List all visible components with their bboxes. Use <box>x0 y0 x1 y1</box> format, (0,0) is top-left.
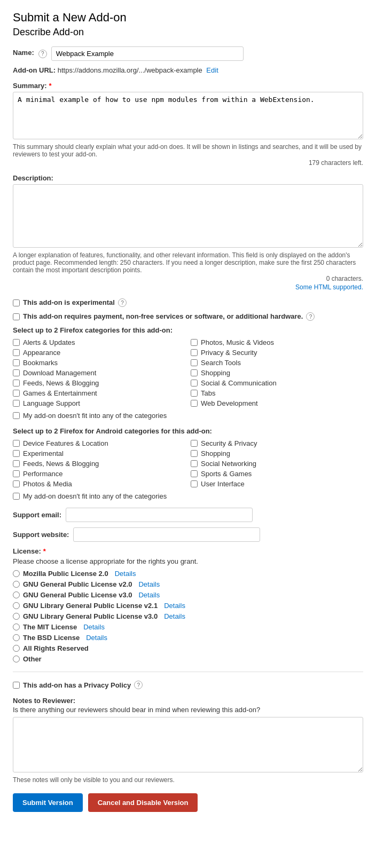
license-details-link[interactable]: Details <box>86 634 107 642</box>
android-no-fit-label: My add-on doesn't fit into any of the ca… <box>23 492 167 500</box>
support-website-label: Support website: <box>13 531 69 539</box>
license-option-label: All Rights Reserved <box>23 644 89 652</box>
support-website-row: Support website: <box>13 527 363 542</box>
license-details-link[interactable]: Details <box>83 623 105 631</box>
firefox-category-checkbox[interactable] <box>13 390 20 397</box>
privacy-policy-label: This add-on has a Privacy Policy <box>23 681 131 689</box>
addon-url-label: Add-on URL: <box>13 66 56 74</box>
android-no-fit-row: My add-on doesn't fit into any of the ca… <box>13 492 363 500</box>
support-website-input[interactable] <box>73 527 260 542</box>
experimental-label: This add-on is experimental <box>23 298 115 306</box>
notes-footer: These notes will only be visible to you … <box>13 776 363 784</box>
page-subtitle: Describe Add-on <box>13 27 363 38</box>
payment-help-icon[interactable]: ? <box>306 312 315 321</box>
notes-input[interactable] <box>13 717 363 772</box>
firefox-category-checkbox[interactable] <box>13 369 20 376</box>
firefox-categories-title: Select up to 2 Firefox categories for th… <box>13 326 363 334</box>
license-details-link[interactable]: Details <box>164 602 185 610</box>
name-label: Name: <box>13 49 34 57</box>
license-radio[interactable] <box>13 613 20 620</box>
android-category-checkbox[interactable] <box>191 460 198 467</box>
firefox-category-item: Social & Communication <box>191 379 363 387</box>
android-categories-grid: Device Features & LocationSecurity & Pri… <box>13 439 363 488</box>
firefox-category-item: Alerts & Updates <box>13 338 185 346</box>
divider <box>13 672 363 672</box>
android-category-checkbox[interactable] <box>191 450 198 457</box>
description-char-count: 0 characters. <box>13 275 363 282</box>
experimental-checkbox[interactable] <box>13 299 20 306</box>
license-details-link[interactable]: Details <box>164 612 185 620</box>
android-no-fit-checkbox[interactable] <box>13 493 20 500</box>
firefox-category-checkbox[interactable] <box>13 400 20 407</box>
license-option: GNU General Public License v2.0Details <box>13 580 363 588</box>
firefox-category-checkbox[interactable] <box>13 339 20 346</box>
firefox-category-checkbox[interactable] <box>191 390 198 397</box>
page-title: Submit a New Add-on <box>13 11 363 25</box>
name-input[interactable] <box>51 46 244 61</box>
license-radio[interactable] <box>13 634 20 641</box>
android-category-checkbox[interactable] <box>13 470 20 477</box>
android-categories-title: Select up to 2 Firefox for Android categ… <box>13 427 363 435</box>
android-category-item: Performance <box>13 470 185 478</box>
firefox-category-checkbox[interactable] <box>13 380 20 386</box>
android-category-item: Experimental <box>13 449 185 457</box>
license-option-label: Mozilla Public License 2.0 <box>23 570 108 578</box>
android-category-checkbox[interactable] <box>13 450 20 457</box>
firefox-category-checkbox[interactable] <box>191 339 198 346</box>
addon-url-value: https://addons.mozilla.org/.../webpack-e… <box>58 66 202 74</box>
name-help-icon[interactable]: ? <box>38 50 47 58</box>
android-category-checkbox[interactable] <box>191 440 198 447</box>
firefox-category-checkbox[interactable] <box>191 369 198 376</box>
firefox-category-checkbox[interactable] <box>13 349 20 356</box>
license-label: License:* <box>13 547 46 555</box>
license-radio[interactable] <box>13 645 20 652</box>
android-category-item: Photos & Media <box>13 480 185 488</box>
license-details-link[interactable]: Details <box>138 580 160 588</box>
firefox-category-checkbox[interactable] <box>191 349 198 356</box>
submit-button[interactable]: Submit Version <box>13 793 83 812</box>
payment-checkbox-row: This add-on requires payment, non-free s… <box>13 312 363 321</box>
support-email-row: Support email: <box>13 508 363 522</box>
firefox-no-fit-checkbox[interactable] <box>13 412 20 419</box>
android-category-checkbox[interactable] <box>191 470 198 477</box>
buttons-row: Submit Version Cancel and Disable Versio… <box>13 793 363 812</box>
privacy-policy-checkbox[interactable] <box>13 682 20 689</box>
license-option: All Rights Reserved <box>13 644 363 652</box>
license-details-link[interactable]: Details <box>138 591 160 599</box>
firefox-category-item: Feeds, News & Blogging <box>13 379 185 387</box>
license-radio[interactable] <box>13 656 20 662</box>
license-radio[interactable] <box>13 591 20 598</box>
html-supported-link[interactable]: Some HTML supported. <box>13 283 363 291</box>
license-details-link[interactable]: Details <box>115 570 136 578</box>
license-option: Mozilla Public License 2.0Details <box>13 570 363 578</box>
android-category-checkbox[interactable] <box>13 440 20 447</box>
experimental-help-icon[interactable]: ? <box>118 298 127 307</box>
license-hint: Please choose a license appropriate for … <box>13 557 363 565</box>
privacy-help-icon[interactable]: ? <box>134 681 143 689</box>
license-option-label: GNU Library General Public License v3.0 <box>23 612 158 620</box>
android-category-checkbox[interactable] <box>13 480 20 487</box>
firefox-category-checkbox[interactable] <box>191 380 198 386</box>
firefox-category-item: Search Tools <box>191 359 363 367</box>
firefox-category-checkbox[interactable] <box>13 359 20 366</box>
cancel-button[interactable]: Cancel and Disable Version <box>88 793 198 812</box>
license-radio[interactable] <box>13 602 20 609</box>
addon-url-edit-link[interactable]: Edit <box>206 66 218 74</box>
license-radio[interactable] <box>13 581 20 588</box>
firefox-category-item: Language Support <box>13 399 185 407</box>
license-radio[interactable] <box>13 570 20 577</box>
firefox-category-checkbox[interactable] <box>191 400 198 407</box>
license-option: Other <box>13 655 363 663</box>
summary-input[interactable]: A minimal example of how to use npm modu… <box>13 92 363 139</box>
license-option-label: Other <box>23 655 42 663</box>
experimental-checkbox-row: This add-on is experimental ? <box>13 298 363 307</box>
firefox-category-item: Appearance <box>13 349 185 357</box>
payment-checkbox[interactable] <box>13 313 20 320</box>
android-category-checkbox[interactable] <box>191 480 198 487</box>
firefox-category-item: Download Management <box>13 369 185 377</box>
firefox-category-checkbox[interactable] <box>191 359 198 366</box>
support-email-input[interactable] <box>66 508 253 522</box>
description-input[interactable] <box>13 184 363 248</box>
license-radio[interactable] <box>13 624 20 630</box>
android-category-checkbox[interactable] <box>13 460 20 467</box>
